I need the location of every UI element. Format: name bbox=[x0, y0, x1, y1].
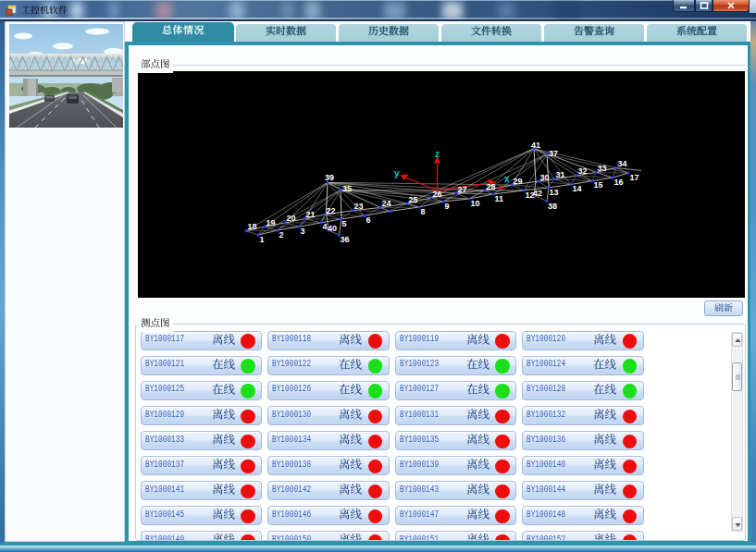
svg-text:11: 11 bbox=[495, 194, 504, 203]
svg-text:17: 17 bbox=[630, 173, 639, 182]
svg-text:37: 37 bbox=[549, 149, 558, 158]
svg-text:41: 41 bbox=[531, 141, 540, 150]
svg-text:3: 3 bbox=[301, 227, 305, 236]
svg-text:30: 30 bbox=[540, 173, 550, 182]
svg-text:22: 22 bbox=[327, 206, 336, 215]
svg-text:1: 1 bbox=[260, 235, 265, 244]
svg-text:x: x bbox=[499, 182, 503, 191]
svg-text:40: 40 bbox=[328, 224, 337, 233]
svg-text:9: 9 bbox=[445, 202, 450, 211]
svg-text:x: x bbox=[504, 174, 510, 184]
svg-text:y: y bbox=[394, 168, 400, 178]
svg-text:39: 39 bbox=[325, 173, 334, 182]
svg-text:18: 18 bbox=[248, 222, 257, 231]
svg-text:35: 35 bbox=[342, 184, 352, 193]
svg-text:19: 19 bbox=[266, 218, 276, 227]
svg-text:27: 27 bbox=[458, 185, 467, 194]
svg-text:25: 25 bbox=[409, 195, 418, 204]
svg-text:36: 36 bbox=[341, 235, 350, 244]
svg-text:29: 29 bbox=[514, 177, 523, 186]
svg-text:4: 4 bbox=[323, 222, 328, 231]
svg-text:32: 32 bbox=[578, 166, 588, 176]
svg-text:26: 26 bbox=[433, 190, 442, 199]
svg-text:6: 6 bbox=[366, 215, 371, 225]
svg-text:34: 34 bbox=[618, 159, 627, 168]
svg-text:24: 24 bbox=[382, 199, 391, 208]
svg-text:10: 10 bbox=[471, 199, 480, 208]
svg-text:8: 8 bbox=[421, 207, 426, 216]
svg-text:21: 21 bbox=[306, 210, 316, 219]
svg-text:38: 38 bbox=[548, 202, 557, 211]
svg-text:16: 16 bbox=[614, 178, 624, 187]
svg-text:20: 20 bbox=[287, 214, 296, 223]
svg-text:14: 14 bbox=[573, 184, 582, 193]
svg-text:15: 15 bbox=[594, 180, 603, 190]
svg-text:28: 28 bbox=[487, 182, 496, 191]
svg-text:2: 2 bbox=[279, 230, 284, 239]
svg-text:42: 42 bbox=[533, 189, 542, 198]
svg-text:23: 23 bbox=[354, 202, 364, 211]
svg-text:5: 5 bbox=[342, 219, 347, 228]
svg-text:33: 33 bbox=[598, 164, 607, 173]
svg-text:13: 13 bbox=[550, 188, 559, 197]
svg-text:z: z bbox=[435, 149, 440, 159]
svg-text:31: 31 bbox=[556, 170, 565, 179]
